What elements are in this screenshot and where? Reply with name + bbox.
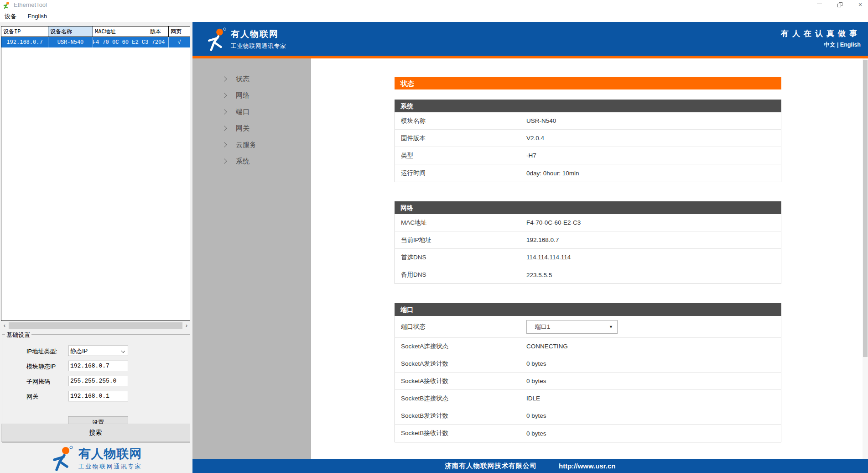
field-input[interactable] [68, 376, 128, 386]
restore-icon [837, 4, 841, 7]
device-table: 设备IP设备名称MAC地址版本网页 192.168.0.7USR-N540F4 … [1, 26, 190, 321]
nav-item[interactable]: 状态 [192, 71, 311, 87]
web-sidebar: 状态网络端口网关云服务系统 [192, 58, 311, 459]
field-label: IP地址类型: [26, 347, 57, 356]
page-title: 状态 [395, 77, 781, 89]
row-value: -H7 [526, 152, 536, 159]
section-table: MAC地址F4-70-0C-60-E2-C3当前IP地址192.168.0.7首… [395, 214, 781, 284]
table-row: 首选DNS114.114.114.114 [395, 249, 781, 266]
settings-field: 网关 [2, 390, 190, 405]
app-icon [3, 1, 10, 9]
column-header-2[interactable]: 设备名称 [48, 26, 93, 37]
nav-item-label: 云服务 [236, 141, 256, 148]
settings-fields: IP地址类型:静态IP模块静态IP子网掩码网关 [2, 335, 190, 405]
device-row-selected[interactable]: 192.168.0.7USR-N540F4 70 0C 60 E2 C37204… [1, 37, 190, 47]
field-label: 模块静态IP [26, 363, 56, 371]
vertical-scrollbar[interactable] [863, 58, 868, 459]
usr-mascot-icon [205, 27, 228, 52]
device-table-header: 设备IP设备名称MAC地址版本网页 [1, 26, 190, 37]
nav-item-label: 系统 [236, 157, 249, 165]
logo-name: 有人物联网 [78, 446, 142, 462]
usr-logo: 有人物联网 工业物联网通讯专家 [0, 446, 192, 472]
menu-bar: 设备 English [0, 10, 868, 22]
search-button[interactable]: 搜索 [1, 424, 190, 441]
chevron-right-icon [222, 109, 227, 114]
nav-menu: 状态网络端口网关云服务系统 [192, 58, 311, 169]
device-web-link[interactable]: √ [169, 37, 190, 47]
port-select[interactable]: 端口1▼ [526, 320, 618, 334]
scroll-left-icon[interactable]: ‹ [1, 322, 8, 329]
row-label: SocketB发送计数 [395, 412, 526, 420]
nav-item[interactable]: 系统 [192, 153, 311, 169]
dropdown-arrow-icon: ▼ [609, 321, 613, 333]
field-label: 网关 [26, 393, 38, 401]
chevron-right-icon [222, 76, 227, 81]
device-cell: 7204 [148, 37, 169, 47]
table-row: 备用DNS223.5.5.5 [395, 266, 781, 284]
row-value: 0 bytes [526, 412, 546, 419]
device-cell: F4 70 0C 60 E2 C3 [93, 37, 148, 47]
group-title: 基础设置 [5, 331, 31, 339]
web-brand: 有人物联网 [231, 28, 286, 40]
menu-device[interactable]: 设备 [0, 10, 21, 23]
footer-url[interactable]: http://www.usr.cn [559, 462, 615, 470]
column-header-1[interactable]: 设备IP [1, 26, 48, 37]
field-input[interactable] [68, 391, 128, 401]
column-header-3[interactable]: MAC地址 [93, 26, 148, 37]
scrollbar-thumb[interactable] [9, 322, 182, 329]
table-row: SocketA接收计数0 bytes [395, 373, 781, 390]
nav-item[interactable]: 网络 [192, 87, 311, 104]
row-value: 223.5.5.5 [526, 272, 552, 279]
settings-field: 模块静态IP [2, 360, 190, 375]
chevron-right-icon [222, 93, 227, 98]
row-value: 114.114.114.114 [526, 254, 571, 261]
settings-field: IP地址类型:静态IP [2, 345, 190, 360]
row-value: IDLE [526, 395, 540, 402]
row-label: 固件版本 [395, 134, 526, 142]
row-label: SocketB连接状态 [395, 394, 526, 403]
table-row: 模块名称USR-N540 [395, 112, 781, 130]
web-content: 状态 系统模块名称USR-N540固件版本V2.0.4类型-H7运行时间0day… [311, 58, 863, 459]
row-label: 运行时间 [395, 169, 526, 177]
ip-type-select[interactable]: 静态IP [68, 346, 128, 356]
scroll-right-icon[interactable]: › [183, 322, 190, 329]
chevron-right-icon [222, 158, 227, 163]
nav-item[interactable]: 网关 [192, 120, 311, 137]
section-header: 端口 [395, 303, 781, 316]
column-header-4[interactable]: 版本 [148, 26, 169, 37]
nav-item-label: 网络 [236, 91, 249, 99]
close-button[interactable]: × [853, 0, 867, 10]
logo-slogan: 工业物联网通讯专家 [78, 462, 142, 471]
minimize-button[interactable] [812, 0, 826, 10]
scrollbar-thumb[interactable] [863, 60, 868, 357]
web-view: 有人物联网 工业物联网通讯专家 有人在认真做事 中文 | English 状态网… [192, 22, 868, 473]
chevron-right-icon [222, 142, 227, 147]
menu-english[interactable]: English [23, 11, 52, 22]
table-row: SocketA连接状态CONNECTING [395, 338, 781, 355]
column-header-5[interactable]: 网页 [169, 26, 190, 37]
table-row: 类型-H7 [395, 147, 781, 164]
row-label: SocketA接收计数 [395, 377, 526, 385]
row-label: SocketA发送计数 [395, 360, 526, 368]
row-value: F4-70-0C-60-E2-C3 [526, 219, 581, 226]
window-title: EthernetTool [14, 1, 47, 8]
row-label: 端口状态 [395, 323, 526, 331]
section-header: 系统 [395, 100, 781, 112]
table-row: MAC地址F4-70-0C-60-E2-C3 [395, 214, 781, 231]
nav-item-label: 状态 [236, 75, 249, 83]
language-switch[interactable]: 中文 | English [781, 41, 861, 49]
table-row: 运行时间0day: 0hour: 10min [395, 164, 781, 182]
chevron-down-icon [121, 349, 125, 353]
footer-company: 济南有人物联网技术有限公司 [445, 462, 537, 470]
nav-item[interactable]: 端口 [192, 104, 311, 120]
horizontal-scrollbar[interactable]: ‹ › [1, 322, 190, 329]
section-table: 端口状态端口1▼SocketA连接状态CONNECTINGSocketA发送计数… [395, 316, 781, 442]
row-value: 0day: 0hour: 10min [526, 170, 579, 177]
field-input[interactable] [68, 361, 128, 371]
settings-field: 子网掩码 [2, 375, 190, 390]
section-table: 模块名称USR-N540固件版本V2.0.4类型-H7运行时间0day: 0ho… [395, 112, 781, 182]
row-value: V2.0.4 [526, 135, 544, 142]
restore-button[interactable] [833, 0, 847, 10]
nav-item[interactable]: 云服务 [192, 137, 311, 153]
web-header: 有人物联网 工业物联网通讯专家 有人在认真做事 中文 | English [192, 22, 868, 56]
